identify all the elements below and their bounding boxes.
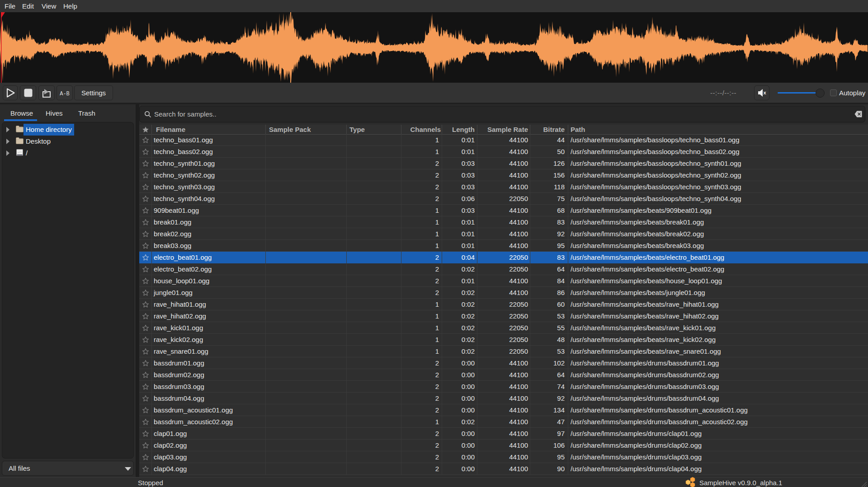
svg-text:A-B: A-B <box>60 91 70 97</box>
svg-text:x: x <box>763 90 766 95</box>
